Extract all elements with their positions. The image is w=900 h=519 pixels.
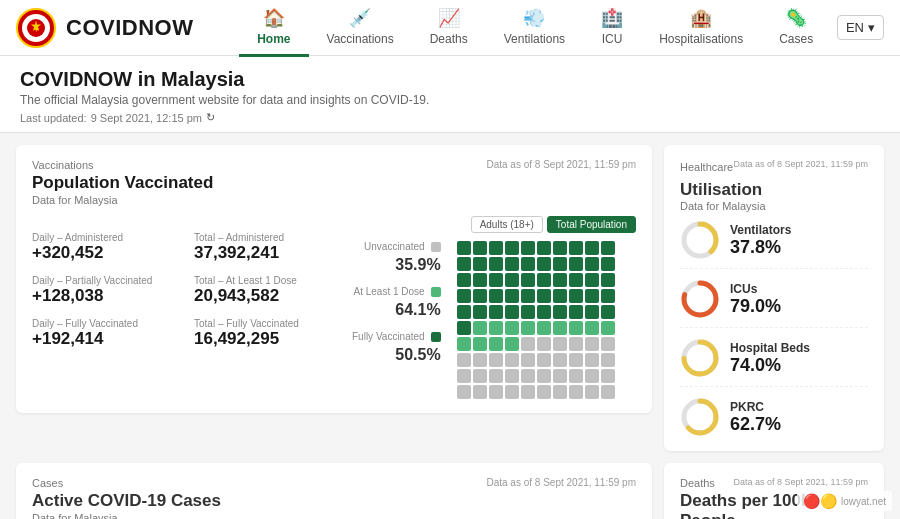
cases-section-label: Cases xyxy=(32,477,221,489)
main-nav: 🏠 Home 💉 Vaccinations 📈 Deaths 💨 Ventila… xyxy=(233,0,836,57)
grid-dot xyxy=(521,337,535,351)
legend-color-unvaccinated xyxy=(431,242,441,252)
pct-unvaccinated: 35.9% xyxy=(395,256,440,273)
last-updated-label: Last updated: xyxy=(20,112,87,124)
logo-area: ✦ COVIDNOW xyxy=(16,8,193,48)
grid-dot xyxy=(521,305,535,319)
grid-dot xyxy=(457,321,471,335)
stat-label-0: Daily – Administered xyxy=(32,232,170,243)
grid-dot xyxy=(521,385,535,399)
stat-daily-fully: Daily – Fully Vaccinated +192,414 xyxy=(32,318,170,349)
main-content: Vaccinations Population Vaccinated Data … xyxy=(0,133,900,463)
grid-dot xyxy=(521,257,535,271)
toggle-group: Adults (18+) Total Population xyxy=(352,216,636,233)
health-item-icus: ICUs 79.0% xyxy=(680,279,868,328)
legend-atleast1: At Least 1 Dose xyxy=(352,286,441,297)
nav-item-cases[interactable]: 🦠 Cases xyxy=(761,0,831,57)
stat-value-5: 16,492,295 xyxy=(194,329,332,349)
health-data-note: Data as of 8 Sept 2021, 11:59 pm xyxy=(733,159,868,169)
grid-dot xyxy=(521,241,535,255)
grid-dot xyxy=(489,289,503,303)
stat-daily-partial: Daily – Partially Vaccinated +128,038 xyxy=(32,275,170,306)
grid-dot xyxy=(473,241,487,255)
grid-dot xyxy=(601,273,615,287)
grid-dot xyxy=(489,321,503,335)
grid-dot xyxy=(505,337,519,351)
grid-dot xyxy=(505,257,519,271)
grid-dot xyxy=(505,321,519,335)
nav-item-home[interactable]: 🏠 Home xyxy=(239,0,308,57)
grid-dot xyxy=(473,257,487,271)
watermark: 🔴🟡 lowyat.net xyxy=(797,491,892,511)
grid-dot xyxy=(553,385,567,399)
legend-pct-unvaccinated: 35.9% xyxy=(352,256,441,274)
toggle-adults-btn[interactable]: Adults (18+) xyxy=(471,216,543,233)
nav-label-icu: ICU xyxy=(602,32,623,46)
stat-label-1: Total – Administered xyxy=(194,232,332,243)
nav-item-icu[interactable]: 🏥 ICU xyxy=(583,0,641,57)
grid-dot xyxy=(473,321,487,335)
grid-dot xyxy=(585,273,599,287)
grid-dot xyxy=(585,369,599,383)
grid-dot xyxy=(601,257,615,271)
deaths-header: Deaths Data as of 8 Sept 2021, 11:59 pm xyxy=(680,477,868,491)
grid-dot xyxy=(553,321,567,335)
legend-pct-atleast1: 64.1% xyxy=(352,301,441,319)
page-title: COVIDNOW in Malaysia xyxy=(20,68,880,91)
grid-dot xyxy=(521,273,535,287)
grid-dot xyxy=(489,353,503,367)
health-subtitle: Data for Malaysia xyxy=(680,200,868,212)
vacc-card-subtitle: Data for Malaysia xyxy=(32,194,213,206)
grid-dot xyxy=(457,241,471,255)
logo-emblem: ✦ xyxy=(16,8,56,48)
grid-dot xyxy=(473,273,487,287)
grid-dot xyxy=(457,337,471,351)
grid-dot xyxy=(521,353,535,367)
stat-total-fully: Total – Fully Vaccinated 16,492,295 xyxy=(194,318,332,349)
ventilations-icon: 💨 xyxy=(523,7,545,29)
stat-total-atleast1: Total – At Least 1 Dose 20,943,582 xyxy=(194,275,332,306)
health-item-label-0: Ventilators xyxy=(730,223,868,237)
legend-label-unvaccinated: Unvaccinated xyxy=(364,241,425,252)
nav-item-vaccinations[interactable]: 💉 Vaccinations xyxy=(309,0,412,57)
grid-dot xyxy=(489,257,503,271)
language-selector[interactable]: EN ▾ xyxy=(837,15,884,40)
grid-dot xyxy=(601,369,615,383)
grid-dot xyxy=(553,257,567,271)
healthcare-card: Healthcare Data as of 8 Sept 2021, 11:59… xyxy=(664,145,884,451)
nav-item-hospitalisations[interactable]: 🏨 Hospitalisations xyxy=(641,0,761,57)
grid-dot xyxy=(569,241,583,255)
vacc-content: Daily – Administered +320,452 Total – Ad… xyxy=(32,216,636,399)
grid-dot xyxy=(473,305,487,319)
toggle-total-btn[interactable]: Total Population xyxy=(547,216,636,233)
grid-dot xyxy=(537,369,551,383)
grid-dot xyxy=(537,305,551,319)
watermark-logo: 🔴🟡 xyxy=(803,493,837,509)
grid-dot xyxy=(537,353,551,367)
refresh-icon[interactable]: ↻ xyxy=(206,111,215,124)
grid-dot xyxy=(537,321,551,335)
deaths-data-note: Data as of 8 Sept 2021, 11:59 pm xyxy=(733,477,868,487)
donut-1 xyxy=(680,279,720,319)
pct-fully: 50.5% xyxy=(395,346,440,363)
grid-dot xyxy=(553,353,567,367)
health-item-label-3: PKRC xyxy=(730,400,868,414)
header: ✦ COVIDNOW 🏠 Home 💉 Vaccinations 📈 Death… xyxy=(0,0,900,56)
nav-item-deaths[interactable]: 📈 Deaths xyxy=(412,0,486,57)
donut-svg-3 xyxy=(680,397,720,437)
health-item-ventilators: Ventilators 37.8% xyxy=(680,220,868,269)
grid-dot xyxy=(585,257,599,271)
grid-dot xyxy=(601,337,615,351)
health-item-info-0: Ventilators 37.8% xyxy=(730,223,868,258)
grid-dot xyxy=(569,369,583,383)
grid-dot xyxy=(569,337,583,351)
grid-dot xyxy=(601,289,615,303)
cases-data-note: Data as of 8 Sept 2021, 11:59 pm xyxy=(486,477,636,488)
grid-dot xyxy=(585,385,599,399)
nav-item-ventilations[interactable]: 💨 Ventilations xyxy=(486,0,583,57)
grid-dot xyxy=(537,385,551,399)
grid-dot xyxy=(537,273,551,287)
stat-value-0: +320,452 xyxy=(32,243,170,263)
cases-subtitle: Data for Malaysia xyxy=(32,512,221,519)
stat-value-3: 20,943,582 xyxy=(194,286,332,306)
